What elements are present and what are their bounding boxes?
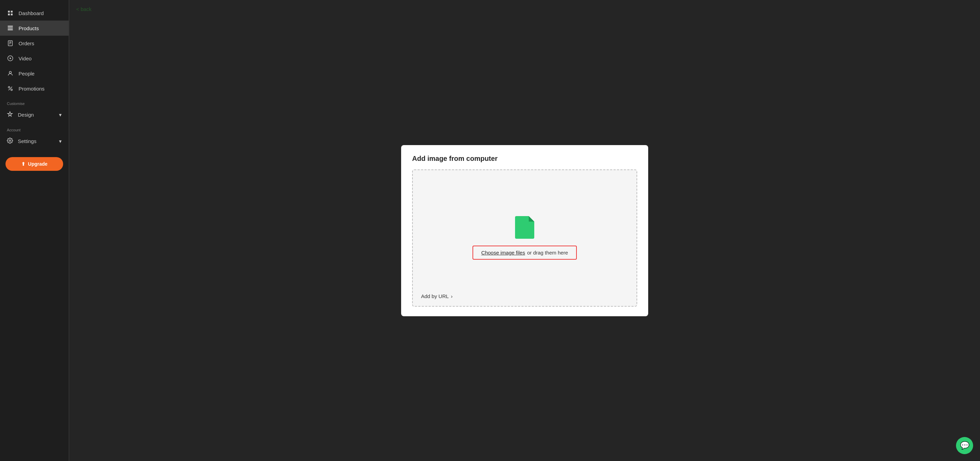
modal-title: Add image from computer: [412, 155, 637, 162]
sidebar-item-dashboard[interactable]: Dashboard: [0, 5, 68, 21]
add-by-url-link[interactable]: Add by URL ›: [421, 293, 453, 299]
chat-icon: 💬: [960, 441, 969, 450]
video-icon: [7, 55, 14, 62]
design-icon: [7, 111, 13, 118]
design-chevron-icon: ▾: [59, 112, 62, 118]
products-icon: [7, 25, 14, 32]
upgrade-icon: ⬆: [21, 161, 25, 167]
sidebar: Dashboard Products Orders Video People P…: [0, 0, 68, 461]
sidebar-label-video: Video: [19, 56, 32, 61]
svg-rect-1: [11, 11, 13, 12]
sidebar-item-promotions[interactable]: Promotions: [0, 81, 68, 96]
orders-icon: [7, 40, 14, 47]
modal-overlay: Add image from computer Choose image fil…: [69, 0, 980, 461]
add-by-url-label: Add by URL: [421, 293, 449, 299]
account-section-label: Account: [0, 122, 68, 134]
sidebar-label-settings: Settings: [18, 138, 37, 144]
promotions-icon: [7, 85, 14, 92]
sidebar-label-promotions: Promotions: [19, 86, 45, 92]
settings-chevron-icon: ▾: [59, 138, 62, 145]
file-icon: [515, 216, 534, 239]
dashboard-icon: [7, 10, 14, 16]
sidebar-item-settings[interactable]: Settings ▾: [0, 134, 68, 149]
sidebar-item-orders[interactable]: Orders: [0, 36, 68, 51]
sidebar-label-products: Products: [19, 25, 39, 31]
sidebar-item-products[interactable]: Products: [0, 21, 68, 36]
sidebar-item-video[interactable]: Video: [0, 51, 68, 66]
add-by-url-chevron-icon: ›: [451, 293, 453, 299]
chat-button[interactable]: 💬: [956, 437, 973, 454]
upgrade-label: Upgrade: [28, 161, 48, 167]
svg-rect-3: [11, 14, 13, 16]
people-icon: [7, 70, 14, 77]
drop-zone[interactable]: Choose image files or drag them here Add…: [412, 169, 637, 307]
svg-line-14: [9, 87, 12, 91]
svg-point-15: [8, 86, 10, 88]
svg-rect-2: [8, 14, 10, 16]
sidebar-label-dashboard: Dashboard: [19, 10, 44, 16]
svg-point-17: [9, 140, 11, 141]
main-content: < back Add image from computer Choose im…: [69, 0, 980, 461]
drop-zone-text: or drag them here: [527, 250, 568, 256]
sidebar-label-design: Design: [18, 112, 34, 118]
svg-rect-6: [8, 30, 13, 30]
svg-marker-12: [10, 57, 12, 59]
svg-point-13: [9, 72, 11, 73]
add-image-modal: Add image from computer Choose image fil…: [401, 145, 648, 316]
svg-rect-0: [8, 11, 10, 12]
settings-icon: [7, 138, 13, 145]
choose-files-link[interactable]: Choose image files: [481, 250, 525, 256]
file-icon-fold: [529, 216, 534, 222]
sidebar-label-people: People: [19, 71, 35, 76]
sidebar-label-orders: Orders: [19, 40, 34, 46]
sidebar-item-design[interactable]: Design ▾: [0, 107, 68, 122]
svg-rect-4: [8, 26, 13, 26]
choose-files-box[interactable]: Choose image files or drag them here: [473, 246, 577, 260]
svg-rect-5: [8, 28, 13, 29]
sidebar-item-people[interactable]: People: [0, 66, 68, 81]
customise-section-label: Customise: [0, 96, 68, 107]
upgrade-button[interactable]: ⬆ Upgrade: [5, 157, 63, 171]
svg-point-16: [11, 89, 13, 91]
